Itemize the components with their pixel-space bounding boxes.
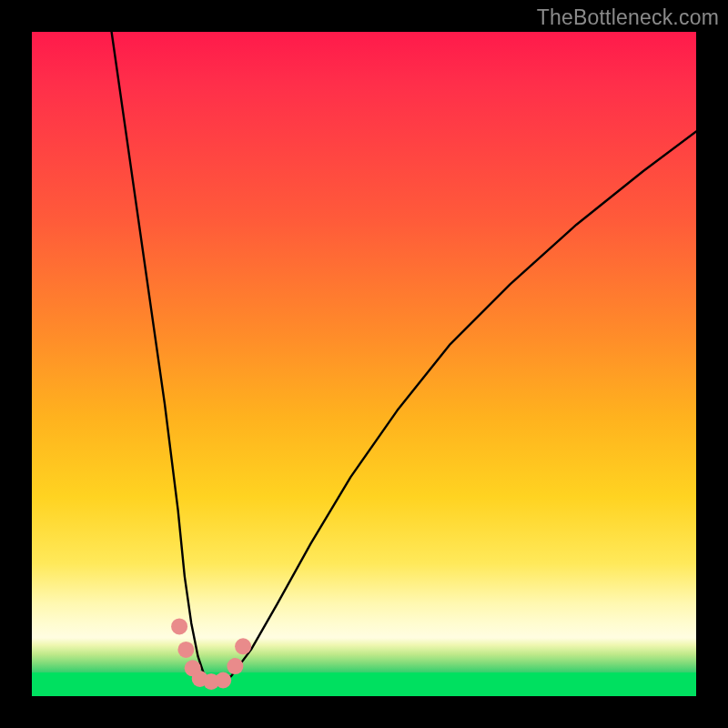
chart-svg (32, 32, 696, 696)
marker-group (171, 618, 251, 690)
chart-frame: TheBottleneck.com (0, 0, 728, 728)
watermark-text: TheBottleneck.com (537, 5, 719, 30)
curve-path-group (112, 32, 696, 682)
plot-area (32, 32, 696, 696)
bottleneck-curve (112, 32, 696, 682)
marker-dot (171, 618, 187, 634)
marker-dot (177, 642, 194, 658)
marker-dot (215, 672, 231, 689)
marker-dot (235, 638, 251, 654)
marker-dot (227, 658, 243, 674)
